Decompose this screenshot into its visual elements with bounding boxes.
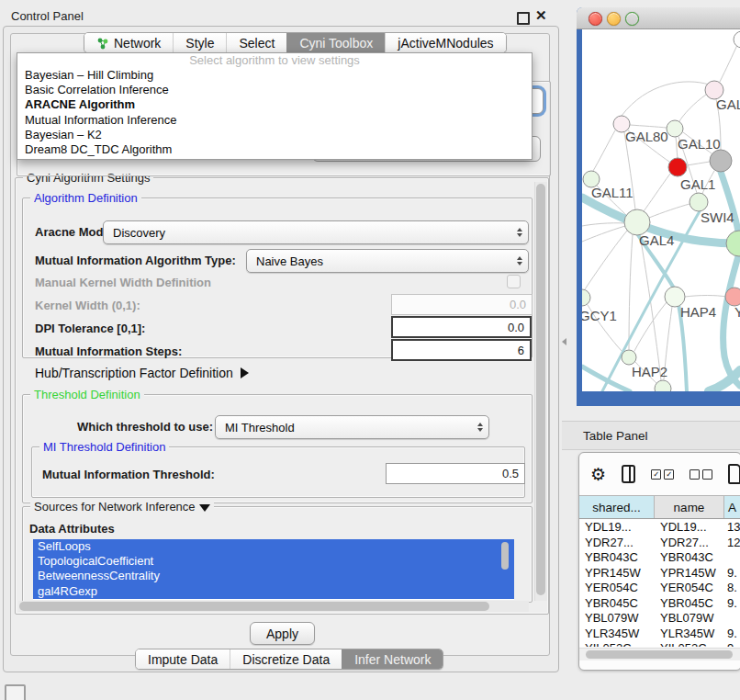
node-bottom-green[interactable]: [655, 380, 671, 391]
network-edge[interactable]: [622, 82, 709, 116]
network-edge[interactable]: [720, 45, 737, 82]
apply-button[interactable]: Apply: [250, 622, 315, 645]
settings-horizontal-scrollbar-track[interactable]: [18, 601, 529, 612]
network-canvas[interactable]: GALGAL80GAL10GAL1GAL11SWI4GAL4GCY1HAP4YH…: [582, 29, 740, 391]
mi-algorithm-type-combobox[interactable]: Naive Bayes: [246, 249, 529, 273]
network-edge[interactable]: [582, 223, 626, 226]
node-gal10[interactable]: [667, 120, 683, 137]
table-row[interactable]: YLR345WYLR345W9.: [579, 627, 740, 642]
control-panel-title: Control Panel: [11, 9, 84, 23]
tab-label: Cyni Toolbox: [299, 36, 373, 51]
node-salmon[interactable]: [725, 288, 740, 306]
node-gcy1[interactable]: [582, 289, 590, 306]
table-row[interactable]: YBL079WYBL079W: [579, 611, 740, 627]
threshold-definition-title: Threshold Definition: [30, 388, 144, 401]
network-edge[interactable]: [593, 130, 615, 171]
tab-jactivemnodules[interactable]: jActiveMNodules: [385, 33, 505, 52]
network-edge[interactable]: [685, 296, 726, 298]
algorithm-option[interactable]: Dream8 DC_TDC Algorithm: [17, 142, 532, 157]
settings-vertical-scrollbar-track[interactable]: [534, 182, 547, 601]
tab-discretize-data[interactable]: Discretize Data: [230, 649, 342, 669]
network-edge[interactable]: [634, 302, 667, 351]
attributes-list-scrollbar[interactable]: [501, 542, 509, 570]
mi-algorithm-type-value: Naive Bayes: [247, 254, 511, 268]
aracne-mode-combobox[interactable]: Discovery: [103, 220, 529, 244]
network-edge[interactable]: [679, 95, 706, 121]
network-edge-thick[interactable]: [582, 367, 630, 391]
network-edge[interactable]: [644, 174, 670, 211]
hub-factor-expander[interactable]: Hub/Transcription Factor Definition: [35, 364, 249, 382]
settings-vertical-scrollbar-thumb[interactable]: [536, 184, 545, 595]
file-icon[interactable]: [728, 464, 740, 484]
table-cell: YDL19...: [655, 520, 724, 536]
table-row[interactable]: YER054CYER054C8.: [579, 581, 740, 596]
split-column-icon[interactable]: [622, 465, 635, 483]
table-row[interactable]: YIL052CYIL052C9: [579, 641, 740, 647]
network-view-window: GALGAL80GAL10GAL1GAL11SWI4GAL4GCY1HAP4YH…: [577, 7, 740, 406]
unchecked-pair-icon[interactable]: [690, 469, 712, 480]
which-threshold-combobox[interactable]: MI Threshold: [215, 415, 489, 439]
network-window-titlebar[interactable]: [577, 7, 740, 29]
node-green-right[interactable]: [726, 231, 740, 256]
node-unlabeled-top[interactable]: [734, 31, 740, 48]
minimize-window-icon[interactable]: [607, 12, 621, 26]
network-edge-thick[interactable]: [709, 370, 740, 391]
tab-network[interactable]: Network: [84, 33, 173, 52]
node-gal1[interactable]: [668, 158, 687, 176]
data-attribute-item[interactable]: SelfLoops: [33, 539, 514, 554]
settings-horizontal-scrollbar-thumb[interactable]: [19, 602, 489, 611]
minimized-panel-button[interactable]: [5, 684, 26, 700]
node-hap2[interactable]: [622, 350, 636, 365]
gear-icon[interactable]: ⚙: [590, 466, 606, 483]
node-gray[interactable]: [710, 150, 732, 172]
algorithm-option[interactable]: Mutual Information Inference: [17, 113, 532, 128]
node-swi4[interactable]: [690, 193, 708, 211]
algorithm-option[interactable]: ARACNE Algorithm: [17, 97, 532, 112]
node-gal4[interactable]: [624, 209, 650, 235]
algorithm-option[interactable]: Bayesian – Hill Climbing: [17, 68, 532, 83]
float-panel-icon[interactable]: [517, 12, 530, 25]
manual-kernel-width-checkbox[interactable]: [507, 275, 521, 288]
network-edge[interactable]: [687, 162, 710, 165]
column-header[interactable]: shared...: [579, 496, 655, 518]
checked-pair-icon[interactable]: ✓✓: [651, 469, 674, 480]
algorithm-option[interactable]: Bayesian – K2: [17, 128, 532, 142]
tab-impute-data[interactable]: Impute Data: [136, 649, 230, 669]
table-row[interactable]: YDL19...YDL19...13: [579, 520, 740, 536]
mi-threshold-value: 0.5: [502, 467, 519, 480]
mi-threshold-field[interactable]: 0.5: [386, 463, 525, 484]
network-edge[interactable]: [649, 204, 690, 218]
tab-infer-network[interactable]: Infer Network: [342, 649, 443, 669]
algorithm-option[interactable]: Basic Correlation Inference: [17, 83, 532, 97]
mi-steps-field[interactable]: 6: [391, 339, 532, 361]
dpi-tolerance-field[interactable]: 0.0: [391, 316, 532, 338]
data-attribute-item[interactable]: gal4RGexp: [33, 584, 514, 599]
tab-cyni-toolbox[interactable]: Cyni Toolbox: [286, 33, 385, 52]
table-row[interactable]: YDR27...YDR27...12: [579, 536, 740, 551]
table-window: ⚙ ✓✓ shared...nameA YDL19...YDL19...13YD…: [578, 452, 740, 671]
table-cell: YLR345W: [655, 627, 724, 642]
data-attribute-item[interactable]: BetweennessCentrality: [33, 569, 514, 583]
table-horizontal-scrollbar[interactable]: [579, 648, 740, 660]
kernel-width-field[interactable]: 0.0: [391, 294, 533, 315]
close-window-icon[interactable]: [589, 12, 602, 26]
data-attributes-list[interactable]: SelfLoopsTopologicalCoefficientBetweenne…: [33, 539, 514, 600]
table-row[interactable]: YPR145WYPR145W9.: [579, 566, 740, 581]
tab-style[interactable]: Style: [173, 33, 226, 52]
table-row[interactable]: YBR045CYBR045C9.: [579, 596, 740, 612]
table-row[interactable]: YBR043CYBR043C: [579, 550, 740, 566]
node-hap2-label: HAP2: [632, 364, 667, 379]
network-edge[interactable]: [640, 235, 661, 380]
splitter-collapse-icon[interactable]: [562, 338, 566, 345]
data-attribute-item[interactable]: TopologicalCoefficient: [33, 554, 514, 569]
node-swi4-label: SWI4: [701, 209, 734, 225]
network-edge[interactable]: [582, 226, 625, 242]
column-header[interactable]: A: [724, 496, 740, 518]
network-edge[interactable]: [630, 125, 667, 128]
zoom-window-icon[interactable]: [625, 12, 639, 26]
column-header[interactable]: name: [655, 496, 724, 518]
close-panel-icon[interactable]: ✕: [535, 7, 547, 24]
network-edge[interactable]: [585, 231, 627, 289]
tab-select[interactable]: Select: [226, 33, 286, 52]
table-scrollbar-thumb[interactable]: [586, 650, 733, 659]
